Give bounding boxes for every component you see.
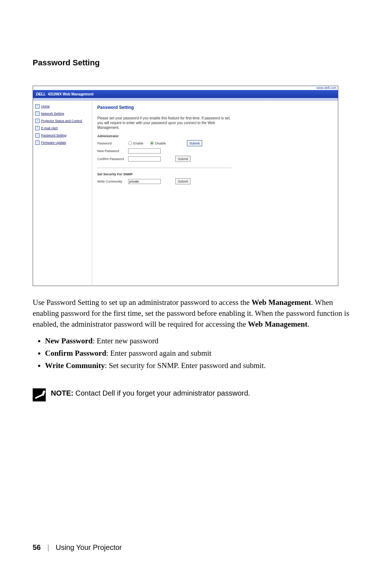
bullet-text: : Set security for SNMP. Enter password …	[105, 361, 266, 370]
bullet-text: : Enter password again and submit	[106, 349, 212, 358]
bullet-term: Confirm Password	[45, 349, 106, 358]
sidebar-item-home[interactable]: ›Home	[35, 104, 90, 109]
chevron-right-icon: ›	[35, 104, 40, 109]
sidebar: ›Home ›Network Setting ›Projector Status…	[33, 101, 92, 286]
note-block: NOTE: Contact Dell if you forget your ad…	[33, 388, 359, 401]
bullet-term: New Password	[45, 336, 93, 345]
sidebar-item-label: Projector Status and Control	[41, 119, 82, 123]
sidebar-item-label: E-mail Alert	[41, 126, 58, 130]
sidebar-item-status[interactable]: ›Projector Status and Control	[35, 119, 90, 123]
new-password-label: New Password	[97, 149, 128, 153]
sidebar-item-label: Home	[41, 105, 50, 108]
divider	[97, 168, 232, 168]
bullet-term: Write Community	[45, 361, 105, 370]
disable-label: Disable	[155, 142, 166, 145]
app-title: 4310WX Web Management	[48, 92, 94, 96]
list-item: Write Community: Set security for SNMP. …	[45, 359, 359, 372]
admin-heading: Administrator	[97, 134, 333, 138]
confirm-password-input[interactable]	[128, 156, 161, 162]
panel-title: Password Setting	[97, 105, 333, 110]
text: Use Password Setting to set up an admini…	[33, 298, 252, 307]
chapter-title: Using Your Projector	[56, 543, 122, 552]
note-icon	[33, 388, 46, 401]
list-item: New Password: Enter new password	[45, 335, 359, 347]
sidebar-item-label: Network Setting	[41, 112, 64, 115]
disable-radio[interactable]: Disable	[150, 141, 166, 145]
page-number: 56	[33, 543, 41, 552]
text: .	[307, 320, 309, 328]
note-body: Contact Dell if you forget your administ…	[73, 389, 250, 397]
submit-button[interactable]: Submit	[175, 178, 191, 184]
section-heading: Password Setting	[33, 58, 359, 68]
password-label: Password	[97, 142, 128, 145]
sidebar-item-password[interactable]: ›Password Setting	[35, 133, 90, 138]
snmp-heading: Set Security For SNMP	[97, 172, 333, 176]
note-label: NOTE:	[51, 389, 73, 397]
page-footer: 56 | Using Your Projector	[33, 543, 122, 552]
write-community-input[interactable]	[128, 179, 161, 184]
radio-icon	[128, 141, 132, 145]
chevron-right-icon: ›	[35, 140, 40, 145]
main-panel: Password Setting Please set your passwor…	[92, 101, 338, 286]
footer-separator: |	[47, 543, 49, 552]
enable-label: Enable	[133, 142, 143, 145]
submit-button[interactable]: Submit	[175, 156, 191, 162]
bold-term: Web Management	[248, 320, 307, 328]
body-paragraph: Use Password Setting to set up an admini…	[33, 297, 359, 330]
bullet-text: : Enter new password	[93, 336, 158, 345]
bold-term: Web Management	[252, 298, 311, 307]
chevron-right-icon: ›	[35, 119, 40, 123]
web-management-screenshot: www.dell.com DELL 4310WX Web Management …	[33, 86, 338, 286]
chevron-right-icon: ›	[35, 111, 40, 116]
sidebar-item-label: Firmware Update	[41, 141, 66, 144]
sidebar-item-email[interactable]: ›E-mail Alert	[35, 126, 90, 130]
enable-radio[interactable]: Enable	[128, 141, 143, 145]
confirm-password-label: Confirm Password	[97, 157, 128, 161]
radio-icon	[150, 141, 154, 145]
sidebar-item-firmware[interactable]: ›Firmware Update	[35, 140, 90, 145]
brand-logo-text: DELL	[36, 92, 46, 96]
sidebar-item-label: Password Setting	[41, 134, 66, 137]
bullet-list: New Password: Enter new password Confirm…	[45, 335, 359, 372]
submit-button[interactable]: Submit	[187, 140, 202, 146]
url-hint: www.dell.com	[317, 86, 336, 90]
note-text: NOTE: Contact Dell if you forget your ad…	[51, 388, 250, 398]
write-community-label: Write Community	[97, 180, 128, 183]
header-divider	[33, 98, 338, 101]
panel-description: Please set your password if you enable t…	[97, 116, 232, 130]
app-titlebar: DELL 4310WX Web Management	[33, 90, 338, 98]
sidebar-item-network[interactable]: ›Network Setting	[35, 111, 90, 116]
list-item: Confirm Password: Enter password again a…	[45, 347, 359, 359]
new-password-input[interactable]	[128, 148, 161, 154]
chevron-right-icon: ›	[35, 126, 40, 130]
chevron-right-icon: ›	[35, 133, 40, 138]
